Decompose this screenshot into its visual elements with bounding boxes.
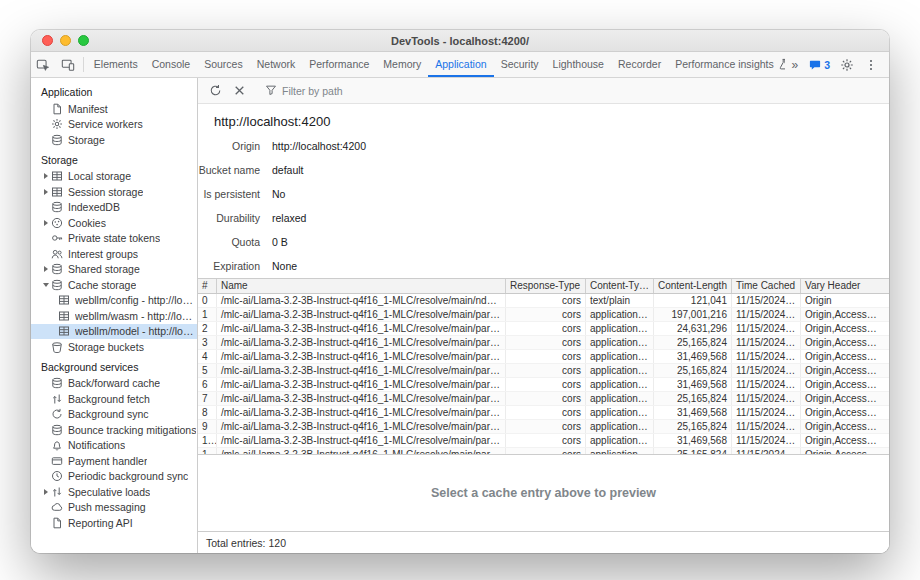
settings-gear-icon[interactable] <box>835 58 859 72</box>
column-header-content-type[interactable]: Content-Type <box>586 279 654 293</box>
sidebar-item-manifest[interactable]: Manifest <box>31 101 197 117</box>
detail-value: http://localhost:4200 <box>272 140 366 152</box>
tab-performance[interactable]: Performance <box>302 52 376 77</box>
cache-entries-table: # Name Response-Type Content-Type Conten… <box>198 278 889 454</box>
detail-value: None <box>272 260 297 272</box>
filter-by-path-input[interactable] <box>282 85 883 97</box>
device-toolbar-icon[interactable] <box>55 52 79 77</box>
tab-lighthouse[interactable]: Lighthouse <box>546 52 611 77</box>
sidebar-item-periodic-background-sync[interactable]: Periodic background sync <box>31 469 197 485</box>
expand-arrow-icon[interactable] <box>41 266 51 272</box>
zoom-window-button[interactable] <box>78 35 89 46</box>
expand-arrow-icon[interactable] <box>41 189 51 195</box>
detail-label: Durability <box>198 212 260 224</box>
card-icon <box>51 455 63 467</box>
refresh-icon[interactable] <box>204 81 226 101</box>
detail-value: 0 B <box>272 236 288 248</box>
column-header-name[interactable]: Name <box>217 279 506 293</box>
detail-label: Origin <box>198 140 260 152</box>
column-header-response-type[interactable]: Response-Type <box>506 279 586 293</box>
filter-control <box>265 82 883 100</box>
table-row[interactable]: 9 /mlc-ai/Llama-3.2-3B-Instruct-q4f16_1-… <box>198 420 889 434</box>
tab-sources[interactable]: Sources <box>197 52 250 77</box>
sidebar-item-reporting-api[interactable]: Reporting API <box>31 515 197 531</box>
sidebar-section-application[interactable]: Application <box>31 80 197 101</box>
table-row[interactable]: 2 /mlc-ai/Llama-3.2-3B-Instruct-q4f16_1-… <box>198 322 889 336</box>
sidebar-item-background-sync[interactable]: Background sync <box>31 407 197 423</box>
sidebar-item-background-fetch[interactable]: Background fetch <box>31 391 197 407</box>
sidebar-item-webllm-wasm[interactable]: webllm/wasm - http://loca… <box>31 308 197 324</box>
database-icon <box>51 201 63 213</box>
tab-recorder[interactable]: Recorder <box>611 52 668 77</box>
sidebar-item-cache-storage[interactable]: Cache storage <box>31 277 197 293</box>
table-row[interactable]: 3 /mlc-ai/Llama-3.2-3B-Instruct-q4f16_1-… <box>198 336 889 350</box>
sidebar-item-service-workers[interactable]: Service workers <box>31 117 197 133</box>
tab-application[interactable]: Application <box>428 52 493 77</box>
table-row[interactable]: 4 /mlc-ai/Llama-3.2-3B-Instruct-q4f16_1-… <box>198 350 889 364</box>
status-bar: Total entries: 120 <box>198 531 889 553</box>
sidebar-item-webllm-model[interactable]: webllm/model - http://loc… <box>31 324 197 340</box>
application-panel: Application Manifest Service workers Sto… <box>31 78 889 553</box>
cloud-icon <box>51 501 63 513</box>
tab-network[interactable]: Network <box>250 52 303 77</box>
sidebar-item-local-storage[interactable]: Local storage <box>31 169 197 185</box>
flask-icon <box>778 58 786 70</box>
database-icon <box>51 263 63 275</box>
close-window-button[interactable] <box>42 35 53 46</box>
database-icon <box>51 424 63 436</box>
sidebar-item-shared-storage[interactable]: Shared storage <box>31 262 197 278</box>
expand-arrow-icon[interactable] <box>41 173 51 179</box>
table-row[interactable]: 7 /mlc-ai/Llama-3.2-3B-Instruct-q4f16_1-… <box>198 392 889 406</box>
sidebar-item-private-state-tokens[interactable]: Private state tokens <box>31 231 197 247</box>
expand-arrow-icon[interactable] <box>41 489 51 495</box>
cache-details: http://localhost:4200 Origin http://loca… <box>198 104 889 278</box>
sidebar-item-webllm-config[interactable]: webllm/config - http://loc… <box>31 293 197 309</box>
delete-selected-icon[interactable] <box>228 81 250 101</box>
column-header-vary-header[interactable]: Vary Header <box>801 279 889 293</box>
table-row[interactable]: 0 /mlc-ai/Llama-3.2-3B-Instruct-q4f16_1-… <box>198 294 889 308</box>
collapse-arrow-icon[interactable] <box>41 283 51 287</box>
detail-row: Bucket name default <box>198 158 889 182</box>
sidebar-section-storage[interactable]: Storage <box>31 148 197 169</box>
sidebar-item-push-messaging[interactable]: Push messaging <box>31 500 197 516</box>
sidebar-item-back-forward-cache[interactable]: Back/forward cache <box>31 376 197 392</box>
console-messages-icon[interactable]: 3 <box>804 59 835 71</box>
table-row[interactable]: 1 /mlc-ai/Llama-3.2-3B-Instruct-q4f16_1-… <box>198 308 889 322</box>
table-row[interactable]: 6 /mlc-ai/Llama-3.2-3B-Instruct-q4f16_1-… <box>198 378 889 392</box>
table-icon <box>58 325 70 337</box>
sidebar-section-background-services[interactable]: Background services <box>31 355 197 376</box>
bell-icon <box>51 439 63 451</box>
sidebar-item-speculative-loads[interactable]: Speculative loads <box>31 484 197 500</box>
sidebar-item-storage-buckets[interactable]: Storage buckets <box>31 339 197 355</box>
table-row[interactable]: 10 /mlc-ai/Llama-3.2-3B-Instruct-q4f16_1… <box>198 434 889 448</box>
inspect-element-icon[interactable] <box>31 52 55 77</box>
more-panels-icon[interactable]: » <box>785 58 804 72</box>
tab-console[interactable]: Console <box>145 52 198 77</box>
sidebar-item-bounce-tracking-mitigations[interactable]: Bounce tracking mitigations <box>31 422 197 438</box>
table-header-row: # Name Response-Type Content-Type Conten… <box>198 279 889 294</box>
detail-row: Origin http://localhost:4200 <box>198 134 889 158</box>
sidebar-item-session-storage[interactable]: Session storage <box>31 184 197 200</box>
sidebar-item-interest-groups[interactable]: Interest groups <box>31 246 197 262</box>
tab-elements[interactable]: Elements <box>87 52 145 77</box>
table-row[interactable]: 8 /mlc-ai/Llama-3.2-3B-Instruct-q4f16_1-… <box>198 406 889 420</box>
sidebar-item-cookies[interactable]: Cookies <box>31 215 197 231</box>
column-header-index[interactable]: # <box>198 279 217 293</box>
column-header-time-cached[interactable]: Time Cached <box>732 279 801 293</box>
kebab-menu-icon[interactable] <box>859 58 883 72</box>
toolbar-divider <box>83 57 84 72</box>
detail-value: default <box>272 164 304 176</box>
sidebar-item-notifications[interactable]: Notifications <box>31 438 197 454</box>
detail-label: Quota <box>198 236 260 248</box>
sidebar-item-payment-handler[interactable]: Payment handler <box>31 453 197 469</box>
minimize-window-button[interactable] <box>60 35 71 46</box>
tab-memory[interactable]: Memory <box>376 52 428 77</box>
sidebar-item-indexeddb[interactable]: IndexedDB <box>31 200 197 216</box>
table-icon <box>51 186 63 198</box>
expand-arrow-icon[interactable] <box>41 220 51 226</box>
table-row[interactable]: 5 /mlc-ai/Llama-3.2-3B-Instruct-q4f16_1-… <box>198 364 889 378</box>
tab-performance-insights[interactable]: Performance insights <box>668 52 785 77</box>
column-header-content-length[interactable]: Content-Length <box>654 279 732 293</box>
tab-security[interactable]: Security <box>494 52 546 77</box>
sidebar-item-storage[interactable]: Storage <box>31 132 197 148</box>
